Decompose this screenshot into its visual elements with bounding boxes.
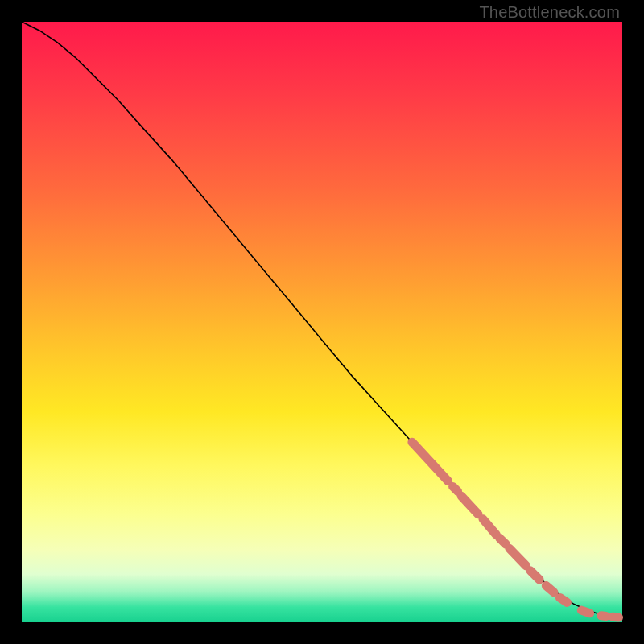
highlight-segment — [613, 617, 618, 617]
highlight-segment — [500, 539, 506, 544]
watermark-text: TheBottleneck.com — [479, 3, 620, 22]
chart-svg — [22, 22, 622, 622]
highlight-segment — [581, 610, 589, 613]
highlight-segment — [530, 571, 539, 580]
chart-frame: TheBottleneck.com — [0, 0, 644, 644]
highlight-segment — [559, 597, 567, 602]
highlight-segment — [461, 496, 478, 514]
highlight-segment — [483, 519, 496, 535]
plot-area — [22, 22, 622, 622]
highlight-markers — [412, 442, 619, 617]
curve-line — [22, 22, 622, 617]
highlight-segment — [453, 486, 458, 491]
highlight-segment — [510, 548, 526, 566]
highlight-segment — [546, 586, 554, 592]
highlight-segment — [412, 442, 448, 481]
highlight-segment — [601, 616, 606, 617]
